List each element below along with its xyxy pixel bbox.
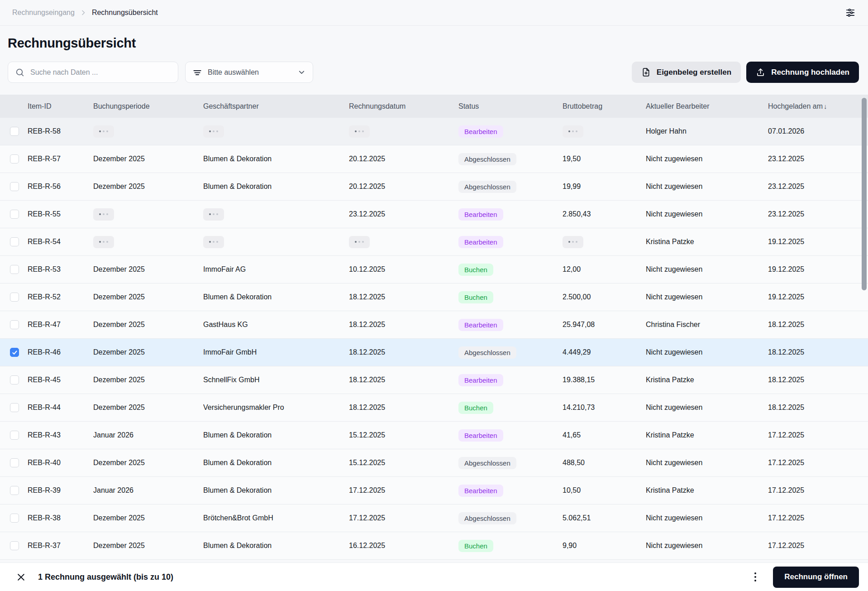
row-checkbox[interactable] [10, 127, 19, 136]
checkbox-cell [0, 210, 28, 219]
status-badge: Bearbeiten [458, 429, 503, 442]
view-settings-button[interactable] [845, 8, 855, 18]
status-badge: Buchen [458, 540, 493, 552]
dot [213, 241, 215, 243]
cell-item-id: REB-R-43 [28, 431, 93, 439]
row-checkbox[interactable] [10, 486, 19, 495]
table-row[interactable]: REB-R-58BearbeitenHolger Hahn07.01.2026 [0, 118, 868, 145]
breadcrumb-parent[interactable]: Rechnungseingang [12, 9, 75, 17]
row-checkbox[interactable] [10, 431, 19, 440]
table-row[interactable]: REB-R-53Dezember 2025ImmoFair AG10.12.20… [0, 256, 868, 283]
upload-icon [756, 67, 765, 77]
cell-buchungsperiode: Dezember 2025 [93, 542, 203, 550]
dot [362, 241, 364, 243]
table-row[interactable]: REB-R-39Januar 2026Blumen & Dekoration17… [0, 477, 868, 505]
row-checkbox[interactable] [10, 293, 19, 302]
cell-hochgeladen-am: 17.12.2025 [768, 514, 868, 522]
row-checkbox[interactable] [10, 182, 19, 191]
create-receipt-label: Eigenbeleg erstellen [657, 68, 731, 77]
cell-geschaeftspartner: ImmoFair GmbH [203, 348, 349, 356]
column-header-status[interactable]: Status [458, 102, 563, 111]
column-header-buchungsperiode[interactable]: Buchungsperiode [93, 102, 203, 111]
checkbox-cell [0, 348, 28, 357]
cell-item-id: REB-R-46 [28, 348, 93, 356]
column-header-geschaeftspartner[interactable]: Geschäftspartner [203, 102, 349, 111]
row-checkbox[interactable] [10, 348, 19, 357]
checkbox-cell [0, 320, 28, 329]
cell-aktueller-bearbeiter: Kristina Patzke [646, 376, 768, 384]
table-row[interactable]: REB-R-5523.12.2025Bearbeiten2.850,43Nich… [0, 201, 868, 228]
cell-bruttobetrag: 25.947,08 [563, 321, 646, 329]
dot [568, 130, 571, 133]
table-row[interactable]: REB-R-43Januar 2026Blumen & Dekoration15… [0, 422, 868, 449]
table-row[interactable]: REB-R-45Dezember 2025SchnellFix GmbH18.1… [0, 366, 868, 394]
cell-rechnungsdatum: 18.12.2025 [349, 376, 458, 384]
search-input[interactable] [30, 68, 171, 77]
dot [355, 241, 357, 243]
placeholder-dots [93, 236, 114, 248]
row-checkbox[interactable] [10, 514, 19, 523]
cell-aktueller-bearbeiter: Kristina Patzke [646, 486, 768, 495]
dot [106, 213, 109, 216]
dot [576, 130, 578, 133]
column-header-aktueller-bearbeiter[interactable]: Aktueller Bearbeiter [646, 102, 768, 111]
placeholder-dots [349, 236, 370, 248]
row-checkbox[interactable] [10, 265, 19, 274]
page-title: Rechnungsübersicht [8, 36, 868, 51]
table-row[interactable]: REB-R-54BearbeitenKristina Patzke19.12.2… [0, 228, 868, 256]
table-row[interactable]: REB-R-46Dezember 2025ImmoFair GmbH18.12.… [0, 339, 868, 366]
dot [362, 130, 364, 133]
cell-item-id: REB-R-53 [28, 265, 93, 274]
table-row[interactable]: REB-R-57Dezember 2025Blumen & Dekoration… [0, 145, 868, 173]
more-actions-button[interactable] [749, 570, 761, 584]
cell-buchungsperiode [93, 236, 203, 248]
table-row[interactable]: REB-R-47Dezember 2025GastHaus KG18.12.20… [0, 311, 868, 339]
column-header-bruttobetrag[interactable]: Bruttobetrag [563, 102, 646, 111]
table-row[interactable]: REB-R-52Dezember 2025Blumen & Dekoration… [0, 283, 868, 311]
dot [99, 241, 101, 243]
row-checkbox[interactable] [10, 375, 19, 384]
dot [99, 213, 101, 216]
cell-status: Abgeschlossen [458, 346, 563, 359]
status-badge: Abgeschlossen [458, 181, 516, 193]
table-row[interactable]: REB-R-40Dezember 2025Blumen & Dekoration… [0, 449, 868, 477]
row-checkbox[interactable] [10, 210, 19, 219]
column-header-rechnungsdatum[interactable]: Rechnungsdatum [349, 102, 458, 111]
table-row[interactable]: REB-R-38Dezember 2025Brötchen&Brot GmbH1… [0, 505, 868, 532]
cell-bruttobetrag: 5.062,51 [563, 514, 646, 522]
filter-select[interactable]: Bitte auswählen [185, 62, 313, 83]
column-header-item-id[interactable]: Item-ID [28, 102, 93, 111]
placeholder-dots [563, 125, 583, 138]
cell-aktueller-bearbeiter: Nicht zugewiesen [646, 183, 768, 191]
vertical-scrollbar[interactable] [862, 98, 867, 290]
dot [106, 241, 109, 243]
table-row[interactable]: REB-R-44Dezember 2025Versicherungsmakler… [0, 394, 868, 422]
placeholder-dots [93, 125, 114, 138]
status-badge: Bearbeiten [458, 485, 503, 497]
table-row[interactable]: REB-R-37Dezember 2025Blumen & Dekoration… [0, 532, 868, 560]
open-invoice-button[interactable]: Rechnung öffnen [773, 567, 859, 588]
table-row[interactable]: REB-R-56Dezember 2025Blumen & Dekoration… [0, 173, 868, 201]
row-checkbox[interactable] [10, 403, 19, 412]
status-badge: Abgeschlossen [458, 512, 516, 524]
cell-geschaeftspartner: Blumen & Dekoration [203, 542, 349, 550]
cell-geschaeftspartner: ImmoFair AG [203, 265, 349, 274]
invoice-table: Item-ID Buchungsperiode Geschäftspartner… [0, 95, 868, 560]
row-checkbox[interactable] [10, 154, 19, 163]
upload-invoice-button[interactable]: Rechnung hochladen [746, 62, 859, 83]
table-header-row: Item-ID Buchungsperiode Geschäftspartner… [0, 95, 868, 118]
breadcrumb-current: Rechnungsübersicht [92, 9, 158, 17]
column-header-hochgeladen-am[interactable]: Hochgeladen am↓ [768, 102, 868, 111]
cell-geschaeftspartner: Blumen & Dekoration [203, 183, 349, 191]
status-badge: Buchen [458, 402, 493, 414]
cell-buchungsperiode: Dezember 2025 [93, 321, 203, 329]
row-checkbox[interactable] [10, 541, 19, 550]
cell-status: Bearbeiten [458, 236, 563, 248]
create-receipt-button[interactable]: Eigenbeleg erstellen [632, 62, 741, 83]
clear-selection-button[interactable] [16, 572, 26, 582]
row-checkbox[interactable] [10, 458, 19, 467]
cell-bruttobetrag: 9,90 [563, 542, 646, 550]
cell-buchungsperiode: Dezember 2025 [93, 293, 203, 301]
row-checkbox[interactable] [10, 237, 19, 246]
row-checkbox[interactable] [10, 320, 19, 329]
